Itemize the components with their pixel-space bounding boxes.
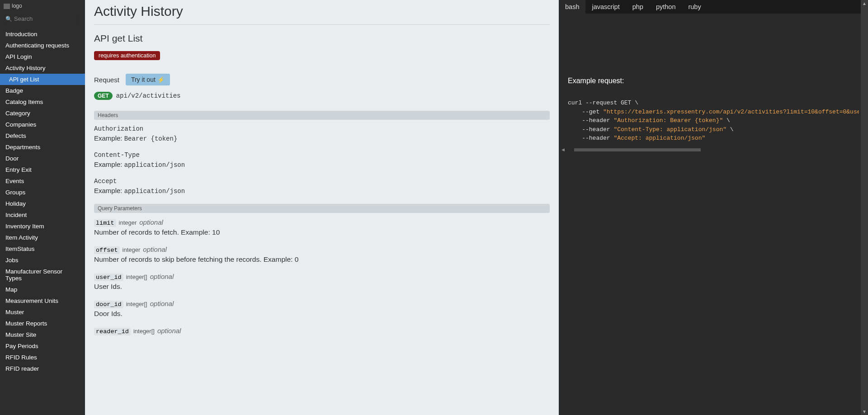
logo: logo <box>0 0 85 12</box>
param-description: Door Ids. <box>94 310 550 318</box>
param-item: user_idinteger[]optionalUser Ids. <box>94 273 550 291</box>
header-name: Authorization <box>94 125 550 132</box>
param-item: offsetintegeroptionalNumber of records t… <box>94 245 550 264</box>
method-badge: GET <box>94 92 113 100</box>
code-panel: bashjavascriptphppythonruby Example requ… <box>559 0 868 415</box>
vertical-scrollbar[interactable]: ▲ ▼ <box>861 0 868 415</box>
section-title: API get List <box>94 33 550 44</box>
nav-item[interactable]: Muster Site <box>0 329 85 340</box>
sidebar: logo 🔍 IntroductionAuthenticating reques… <box>0 0 85 415</box>
code-block: curl --request GET \ --get "https://tela… <box>568 99 859 143</box>
nav-item[interactable]: Inventory Item <box>0 221 85 232</box>
param-item: limitintegeroptionalNumber of records to… <box>94 218 550 236</box>
param-name: limit <box>94 219 116 227</box>
header-item: AuthorizationExample: Bearer {token} <box>94 125 550 142</box>
param-description: User Ids. <box>94 283 550 291</box>
bolt-icon: ⚡ <box>157 76 165 83</box>
horizontal-scrollbar[interactable] <box>574 148 701 151</box>
header-example: Example: Bearer {token} <box>94 134 550 142</box>
nav-item[interactable]: Holiday <box>0 198 85 209</box>
nav-item[interactable]: Departments <box>0 141 85 153</box>
scroll-left-icon[interactable]: ◀ <box>561 147 565 152</box>
scroll-down-icon[interactable]: ▼ <box>862 409 867 414</box>
scroll-up-icon[interactable]: ▲ <box>862 1 867 6</box>
nav-item[interactable]: Companies <box>0 119 85 130</box>
nav-item[interactable]: Measurement Units <box>0 295 85 307</box>
nav-item[interactable]: Defects <box>0 130 85 141</box>
nav-item[interactable]: Groups <box>0 187 85 198</box>
header-name: Content-Type <box>94 151 550 159</box>
auth-badge: requires authentication <box>94 51 160 60</box>
nav-item[interactable]: RFID Rules <box>0 352 85 363</box>
logo-text: logo <box>12 3 22 9</box>
param-type: integer[] <box>126 274 147 280</box>
main-panel: Activity History API get List requires a… <box>85 0 559 415</box>
nav-item[interactable]: Introduction <box>0 28 85 40</box>
nav-item[interactable]: ItemStatus <box>0 243 85 255</box>
param-type: integer <box>123 246 141 253</box>
nav-item[interactable]: Entry Exit <box>0 164 85 175</box>
lang-tab-bash[interactable]: bash <box>559 0 585 14</box>
search-input[interactable] <box>14 15 80 22</box>
lang-tabs: bashjavascriptphppythonruby <box>559 0 868 14</box>
nav-item[interactable]: Incident <box>0 209 85 221</box>
header-name: Accept <box>94 178 550 185</box>
nav-item[interactable]: Events <box>0 175 85 187</box>
nav-item[interactable]: Category <box>0 108 85 119</box>
page-title: Activity History <box>94 0 550 25</box>
header-example: Example: application/json <box>94 187 550 195</box>
headers-section-header: Headers <box>94 111 550 120</box>
endpoint-path: api/v2/activities <box>116 92 181 99</box>
example-request-title: Example request: <box>568 77 859 85</box>
logo-icon <box>4 4 10 9</box>
param-description: Number of records to fetch. Example: 10 <box>94 228 550 236</box>
request-label: Request <box>94 76 119 84</box>
nav-item[interactable]: Item Activity <box>0 232 85 243</box>
nav-item[interactable]: Muster <box>0 307 85 318</box>
nav-item[interactable]: RFID reader <box>0 363 85 374</box>
lang-tab-ruby[interactable]: ruby <box>682 0 707 14</box>
param-optional: optional <box>150 300 174 307</box>
param-optional: optional <box>150 273 174 280</box>
search-box: 🔍 <box>0 12 85 26</box>
param-name: reader_id <box>94 328 131 335</box>
content-area: Activity History API get List requires a… <box>85 0 868 415</box>
nav-item[interactable]: Activity History <box>0 62 85 74</box>
nav-item[interactable]: API Login <box>0 51 85 62</box>
param-description: Number of records to skip before fetchin… <box>94 255 550 264</box>
header-item: AcceptExample: application/json <box>94 178 550 195</box>
tryit-button[interactable]: Try it out ⚡ <box>126 74 170 85</box>
nav-subitem-active[interactable]: API get List <box>0 74 85 85</box>
nav-item[interactable]: Authenticating requests <box>0 40 85 51</box>
nav-item[interactable]: Catalog Items <box>0 96 85 108</box>
param-name: user_id <box>94 274 123 281</box>
lang-tab-php[interactable]: php <box>626 0 650 14</box>
param-item: door_idinteger[]optionalDoor Ids. <box>94 300 550 318</box>
nav-item[interactable]: Jobs <box>0 255 85 266</box>
nav-item[interactable]: Badge <box>0 85 85 96</box>
header-item: Content-TypeExample: application/json <box>94 151 550 169</box>
search-icon: 🔍 <box>5 16 12 22</box>
param-name: offset <box>94 246 120 254</box>
param-optional: optional <box>143 245 167 253</box>
param-optional: optional <box>157 327 181 335</box>
nav-item[interactable]: Manufacturer Sensor Types <box>0 266 85 284</box>
nav-item[interactable]: Map <box>0 284 85 295</box>
lang-tab-python[interactable]: python <box>650 0 682 14</box>
lang-tab-javascript[interactable]: javascript <box>585 0 626 14</box>
param-type: integer <box>119 219 137 226</box>
param-type: integer[] <box>126 301 147 307</box>
header-example: Example: application/json <box>94 160 550 169</box>
param-item: reader_idinteger[]optional <box>94 327 550 335</box>
nav-item[interactable]: Door <box>0 153 85 164</box>
param-optional: optional <box>139 218 163 226</box>
nav-item[interactable]: Muster Reports <box>0 318 85 329</box>
param-name: door_id <box>94 301 123 308</box>
param-type: integer[] <box>133 328 155 335</box>
nav-item[interactable]: Pay Periods <box>0 340 85 352</box>
query-section-header: Query Parameters <box>94 204 550 213</box>
